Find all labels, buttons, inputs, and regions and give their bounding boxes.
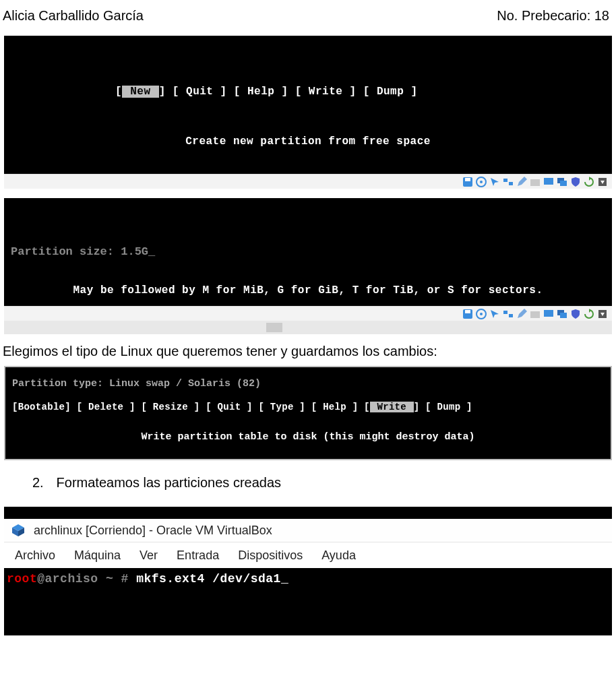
- window-titlebar: archlinux [Corriendo] - Oracle VM Virtua…: [4, 519, 612, 542]
- prompt-host: @archiso: [37, 572, 106, 586]
- menu-icon[interactable]: [597, 309, 608, 319]
- save-icon[interactable]: [462, 177, 473, 187]
- strip-icon: [300, 323, 316, 332]
- toolbar-strip: [4, 321, 612, 334]
- menu-ayuda[interactable]: Ayuda: [321, 549, 356, 563]
- menu-write-selected[interactable]: Write: [370, 402, 414, 412]
- refresh-icon[interactable]: [584, 177, 594, 187]
- svg-rect-15: [503, 311, 507, 314]
- vm-status-bar: [4, 306, 612, 321]
- menu-dispositivos[interactable]: Dispositivos: [238, 549, 303, 563]
- step-2-item: 2. Formateamos las particiones creadas: [32, 475, 613, 491]
- menu-items-right[interactable]: [ Dump ]: [419, 402, 472, 412]
- screen-icon[interactable]: [543, 177, 554, 187]
- menu-write-bracket-l: [: [364, 402, 370, 412]
- text-cursor: _: [281, 572, 288, 586]
- svg-rect-4: [503, 179, 507, 182]
- write-caption: Write partition table to disk (this migh…: [12, 431, 604, 443]
- shield-icon[interactable]: [570, 309, 581, 319]
- svg-rect-18: [544, 310, 553, 317]
- strip-icon: [266, 323, 282, 332]
- net-icon[interactable]: [503, 177, 514, 187]
- step-text: Formateamos las particiones creadas: [57, 475, 281, 490]
- page-header: Alicia Carballido García No. Prebecario:…: [0, 0, 616, 36]
- partition-type-screenshot: Partition type: Linux swap / Solaris (82…: [4, 366, 612, 460]
- menu-maquina[interactable]: Máquina: [74, 549, 121, 563]
- menu-new-bracket-r: ]: [159, 86, 166, 98]
- net-icon[interactable]: [503, 309, 514, 319]
- partition-size-input[interactable]: 1.5G: [121, 245, 148, 258]
- prompt-user: root: [7, 572, 37, 586]
- strip-icon: [334, 323, 350, 332]
- svg-rect-17: [530, 311, 540, 318]
- partition-size-hint: May be followed by M for MiB, G for GiB,…: [4, 284, 612, 296]
- cfdisk-new-screenshot: [ New ] [ Quit ] [ Help ] [ Write ] [ Du…: [4, 36, 612, 189]
- terminal-command: mkfs.ext4 /dev/sda1: [136, 572, 281, 586]
- svg-rect-1: [465, 178, 470, 181]
- menu-icon[interactable]: [597, 177, 608, 187]
- menu-new-bracket-l: [: [115, 86, 122, 98]
- svg-point-3: [480, 181, 483, 183]
- disc-icon[interactable]: [476, 177, 487, 187]
- paragraph-choose-linux-type: Elegimos el tipo de Linux que queremos t…: [3, 344, 613, 359]
- menu-items-left[interactable]: [Bootable] [ Delete ] [ Resize ] [ Quit …: [12, 402, 364, 412]
- screen2-icon[interactable]: [557, 177, 567, 187]
- refresh-icon[interactable]: [584, 309, 594, 319]
- virtualbox-window-screenshot: archlinux [Corriendo] - Oracle VM Virtua…: [4, 507, 612, 635]
- window-title: archlinux [Corriendo] - Oracle VM Virtua…: [34, 524, 272, 538]
- pointer-icon[interactable]: [489, 309, 500, 319]
- svg-point-14: [480, 313, 483, 315]
- menu-rest-items[interactable]: [ Quit ] [ Help ] [ Write ] [ Dump ]: [166, 86, 418, 98]
- screen2-icon[interactable]: [557, 309, 567, 319]
- menu-entrada[interactable]: Entrada: [177, 549, 219, 563]
- shield-icon[interactable]: [570, 177, 581, 187]
- author-name: Alicia Carballido García: [3, 8, 144, 24]
- save-icon[interactable]: [462, 309, 473, 319]
- text-cursor: _: [148, 245, 155, 258]
- svg-rect-22: [266, 323, 282, 332]
- menu-archivo[interactable]: Archivo: [15, 549, 55, 563]
- cfdisk-menu-row: [ New ] [ Quit ] [ Help ] [ Write ] [ Du…: [115, 86, 418, 98]
- prompt-tilde: ~: [106, 572, 121, 586]
- step-number: 2.: [32, 475, 53, 491]
- terminal-command-line[interactable]: root@archiso ~ # mkfs.ext4 /dev/sda1_: [4, 568, 612, 590]
- window-menubar: Archivo Máquina Ver Entrada Dispositivos…: [4, 542, 612, 568]
- pointer-icon[interactable]: [489, 177, 500, 187]
- folder-icon[interactable]: [530, 177, 541, 187]
- menu-new-selected[interactable]: New: [122, 86, 159, 98]
- screen-icon[interactable]: [543, 309, 554, 319]
- cfdisk-caption: Create new partition from free space: [4, 135, 612, 148]
- menu-ver[interactable]: Ver: [140, 549, 158, 563]
- svg-rect-7: [544, 178, 553, 185]
- svg-rect-20: [560, 313, 567, 318]
- svg-rect-5: [509, 182, 513, 185]
- partition-size-screenshot: Partition size: 1.5G_ May be followed by…: [4, 198, 612, 321]
- partition-size-label: Partition size:: [11, 245, 121, 258]
- svg-rect-6: [530, 179, 540, 186]
- partition-size-prompt: Partition size: 1.5G_: [11, 245, 155, 258]
- prompt-hash: #: [121, 572, 137, 586]
- cfdisk-menu-row-2: [Bootable] [ Delete ] [ Resize ] [ Quit …: [12, 402, 604, 412]
- vm-cube-icon: [11, 523, 26, 538]
- disc-icon[interactable]: [476, 309, 487, 319]
- prebecario-number: No. Prebecario: 18: [497, 8, 609, 24]
- partition-type-line: Partition type: Linux swap / Solaris (82…: [12, 378, 604, 389]
- vm-status-bar: [4, 174, 612, 189]
- svg-rect-12: [465, 310, 470, 313]
- pen-icon[interactable]: [516, 309, 527, 319]
- svg-rect-9: [560, 181, 567, 186]
- pen-icon[interactable]: [516, 177, 527, 187]
- svg-rect-16: [509, 314, 513, 317]
- folder-icon[interactable]: [530, 309, 541, 319]
